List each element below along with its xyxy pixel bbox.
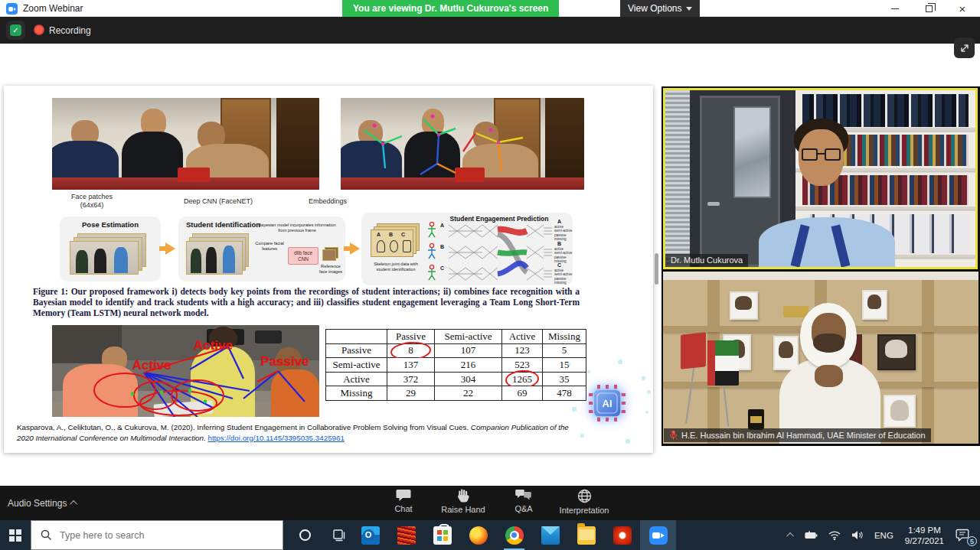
window-titlebar: Zoom Webinar You are viewing Dr. Mutlu C… — [0, 0, 980, 17]
cortana-button[interactable] — [289, 520, 320, 550]
value-cell: 216 — [435, 358, 502, 373]
raise-hand-button[interactable]: Raise Hand — [429, 489, 498, 519]
minimize-button[interactable] — [882, 0, 908, 17]
table-row: Active372304126535 — [326, 372, 586, 386]
close-button[interactable]: × — [949, 0, 975, 17]
taskbar-app-explorer[interactable] — [568, 520, 604, 550]
table-header-cell: Semi-active — [435, 330, 502, 344]
red-scribble-icon — [397, 526, 416, 545]
taskbar-app-mail[interactable] — [532, 520, 568, 550]
dlib-face-cnn-box: dlib face CNN — [288, 247, 318, 265]
table-header-cell — [326, 330, 387, 344]
minimize-icon — [891, 8, 899, 9]
video-tile-minister[interactable]: H.E. Hussain bin Ibrahim Al Hammadi, UAE… — [663, 272, 978, 444]
uae-flag — [707, 340, 739, 386]
office-icon — [613, 526, 632, 545]
value-cell: 69 — [502, 386, 543, 401]
skeleton-note: Skeleton joint data with student identif… — [368, 262, 424, 272]
scrollbar-thumb[interactable] — [655, 253, 658, 285]
fullscreen-expand-button[interactable] — [954, 37, 975, 58]
tray-battery[interactable] — [799, 520, 823, 550]
lstm-network-graphic — [447, 222, 553, 283]
taskbar-app-chrome[interactable] — [496, 520, 532, 550]
taskbar-app-firefox[interactable] — [460, 520, 496, 550]
value-cell: 8 — [387, 343, 435, 358]
tray-notifications[interactable]: 5 — [950, 520, 980, 550]
photo-group-work-skeleton — [341, 98, 584, 190]
chat-bubble-icon — [396, 489, 411, 502]
red-flag — [681, 332, 706, 369]
glasses — [802, 148, 841, 161]
value-cell: 304 — [435, 372, 502, 386]
student-identification-box: Student Identification Bayesian model in… — [178, 216, 345, 282]
value-cell: 1265 — [502, 372, 543, 386]
taskbar-app-paint-red[interactable] — [388, 520, 424, 550]
view-options-button[interactable]: View Options — [620, 0, 700, 17]
doi-link[interactable]: https://doi.org/10.1145/3395035.3425961 — [207, 434, 345, 442]
firefox-icon — [469, 526, 488, 545]
tray-date: 9/27/2021 — [905, 535, 944, 546]
table-row: Passive81071235 — [326, 343, 586, 358]
output-labels-a: activesemi-activepassivemissing — [554, 225, 572, 242]
qa-button[interactable]: Q&A — [489, 489, 558, 519]
taskbar-app-outlook[interactable] — [352, 520, 388, 550]
security-shield-icon[interactable]: ✓ — [6, 21, 25, 40]
video-tile-presenter[interactable]: Dr. Mutlu Cukurova — [663, 88, 978, 269]
file-explorer-icon — [577, 526, 596, 545]
start-button[interactable] — [0, 520, 31, 550]
value-cell: 137 — [387, 358, 435, 373]
restore-button[interactable] — [916, 0, 942, 17]
chevron-down-icon — [686, 7, 692, 11]
expand-arrows-icon — [959, 43, 970, 54]
pose-frames-stack — [70, 233, 151, 276]
muted-mic-icon — [669, 430, 678, 440]
tray-language[interactable]: ENG — [869, 520, 899, 550]
tray-time: 1:49 PM — [908, 525, 941, 535]
label-embeddings: Embeddings — [278, 197, 377, 206]
table-header-row: PassiveSemi-activeActiveMissing — [326, 330, 586, 344]
tray-volume[interactable] — [846, 520, 869, 550]
output-labels-c: activesemi-activepassivemissing — [554, 268, 572, 285]
task-view-icon — [332, 529, 345, 542]
reference-face-images — [322, 247, 341, 262]
chat-button[interactable]: Chat — [369, 489, 438, 519]
taskbar-app-zoom-active[interactable] — [640, 520, 676, 550]
interpretation-button[interactable]: Interpretation — [550, 489, 619, 519]
raise-hand-icon — [457, 489, 469, 503]
value-cell: 107 — [435, 343, 502, 358]
taskbar-app-office[interactable] — [604, 520, 640, 550]
svg-text:AI: AI — [603, 398, 612, 409]
engagement-overlay-graphic — [52, 325, 319, 417]
battery-icon — [805, 531, 818, 540]
search-input[interactable] — [60, 530, 251, 541]
chevron-up-icon — [786, 532, 794, 540]
table-header-cell: Missing — [543, 330, 586, 344]
outlook-icon — [361, 526, 380, 545]
taskbar-app-store[interactable] — [424, 520, 460, 550]
tray-wifi[interactable] — [823, 520, 846, 550]
pose-skeleton-overlay — [341, 98, 584, 190]
network-output-label: missing — [554, 259, 572, 263]
citation-text: Kasparova, A., Celiktutan, O., & Cukurov… — [17, 422, 585, 443]
row-label-cell: Missing — [326, 386, 387, 401]
restore-icon — [926, 5, 933, 12]
reference-note: Reference face images — [318, 264, 344, 274]
chevron-up-icon — [70, 500, 78, 508]
label-deep-cnn: Deep CNN (FaceNET) — [145, 197, 291, 206]
qa-bubbles-icon — [515, 489, 532, 502]
engagement-label: Active — [132, 358, 172, 373]
task-view-button[interactable] — [323, 520, 354, 550]
screen-share-banner: You are viewing Dr. Mutlu Cukurova's scr… — [342, 0, 559, 17]
photo-engagement-classroom: Active Active Passive — [52, 325, 319, 417]
webinar-toolbar: Audio Settings Chat Raise Hand — [0, 486, 980, 520]
shared-screen-slide: Face patches (64x64) Deep CNN (FaceNET) … — [4, 86, 653, 453]
tray-chevron-up[interactable] — [783, 520, 799, 550]
windows-taskbar: ENG 1:49 PM 9/27/2021 5 — [0, 520, 980, 550]
speaker-icon — [851, 530, 864, 540]
row-label-cell: Passive — [326, 343, 387, 358]
view-options-label: View Options — [628, 3, 681, 14]
globe-icon — [577, 489, 592, 503]
audio-settings-button[interactable]: Audio Settings — [8, 486, 77, 520]
tray-clock[interactable]: 1:49 PM 9/27/2021 — [899, 520, 950, 550]
taskbar-search[interactable] — [31, 520, 283, 550]
